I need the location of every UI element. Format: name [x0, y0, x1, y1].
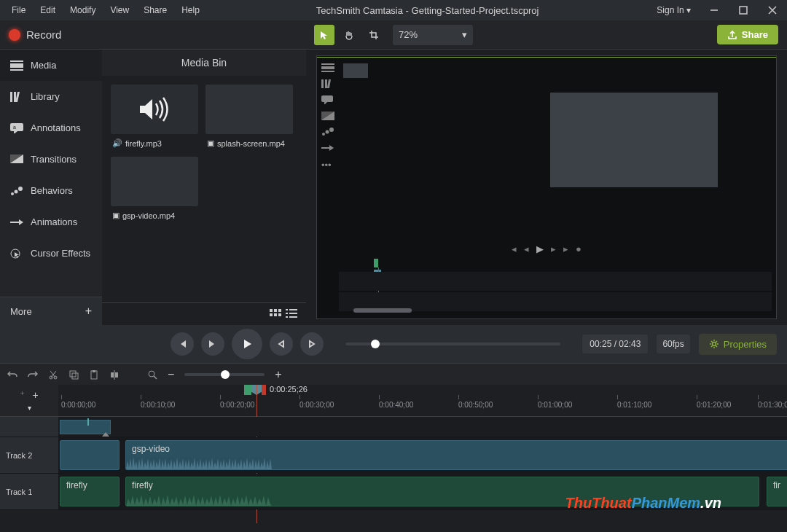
- menu-file[interactable]: File: [4, 1, 33, 20]
- mini-next-icon[interactable]: ▸: [563, 243, 568, 254]
- canvas-video-preview[interactable]: [550, 93, 718, 187]
- crop-tool[interactable]: [364, 25, 384, 45]
- tick: 0:00:10;00: [141, 401, 175, 409]
- playhead[interactable]: [244, 385, 266, 395]
- media-item[interactable]: ▣gsp-video.mp4: [111, 157, 198, 222]
- cut-button[interactable]: [48, 369, 58, 380]
- copy-button[interactable]: [68, 369, 79, 380]
- redo-button[interactable]: [28, 369, 38, 380]
- mini-step-back-icon[interactable]: ◂: [524, 243, 529, 254]
- menu-share[interactable]: Share: [136, 1, 174, 20]
- mini-step-fwd-icon[interactable]: ▸: [551, 243, 556, 254]
- media-item[interactable]: ▣splash-screen.mp4: [205, 85, 293, 149]
- fps-display[interactable]: 60fps: [657, 335, 689, 353]
- maximize-button[interactable]: [729, 0, 758, 20]
- mini-tool-icon[interactable]: [321, 144, 334, 152]
- tick: 0:00:30;00: [299, 401, 334, 409]
- record-button[interactable]: Record: [9, 28, 61, 41]
- grid-view-button[interactable]: [270, 309, 281, 319]
- add-marker-button[interactable]: ⁺: [20, 389, 25, 401]
- svg-point-54: [149, 371, 154, 377]
- sidebar-item-library[interactable]: Library: [0, 81, 102, 112]
- minimize-button[interactable]: [700, 0, 729, 20]
- menu-edit[interactable]: Edit: [33, 1, 63, 20]
- mini-tool-icon[interactable]: [321, 112, 334, 120]
- sidebar-item-annotations[interactable]: a Annotations: [0, 112, 102, 144]
- zoom-out-button[interactable]: −: [168, 368, 174, 381]
- seek-slider[interactable]: [345, 343, 560, 345]
- svg-rect-5: [10, 63, 23, 68]
- mini-tool-icon[interactable]: •••: [321, 160, 334, 168]
- svg-rect-1: [740, 7, 747, 14]
- mini-play-icon[interactable]: ▶: [536, 243, 544, 254]
- sidebar-item-cursoreffects[interactable]: Cursor Effects: [0, 238, 102, 269]
- menu-modify[interactable]: Modify: [63, 1, 103, 20]
- svg-rect-30: [321, 63, 334, 65]
- svg-rect-29: [289, 316, 297, 318]
- clip[interactable]: gsp-video: [125, 440, 787, 470]
- zoom-in-button[interactable]: +: [275, 368, 281, 381]
- svg-rect-4: [10, 60, 23, 62]
- preview-panel: ••• ◂ ◂ ▶ ▸ ▸ ●: [306, 50, 787, 325]
- pointer-tool[interactable]: [314, 25, 334, 45]
- playhead-time: 0:00:25;26: [270, 385, 308, 394]
- menu-help[interactable]: Help: [174, 1, 207, 20]
- audio-icon: 🔊: [112, 138, 122, 148]
- mini-prev-icon[interactable]: ◂: [512, 243, 517, 254]
- properties-button[interactable]: Properties: [699, 334, 777, 355]
- sidebar-more[interactable]: More +: [0, 297, 102, 325]
- mini-tool-icon[interactable]: [321, 128, 334, 136]
- clip[interactable]: fir: [767, 477, 787, 506]
- share-label: Share: [742, 29, 768, 40]
- step-back-button[interactable]: [270, 332, 293, 356]
- chevron-down-icon[interactable]: ▾: [28, 404, 31, 412]
- sidebar-label: Behaviors: [31, 185, 73, 196]
- track-label[interactable]: Track 2: [0, 437, 58, 473]
- mini-tool-icon[interactable]: [321, 95, 334, 104]
- clip-name: fir: [773, 480, 780, 490]
- undo-button[interactable]: [7, 369, 17, 380]
- clip[interactable]: [60, 440, 120, 470]
- share-button[interactable]: Share: [717, 25, 778, 44]
- clip-name: gsp-video: [132, 444, 170, 454]
- svg-point-14: [15, 189, 18, 193]
- close-button[interactable]: [758, 0, 787, 20]
- sidebar-item-transitions[interactable]: Transitions: [0, 144, 102, 175]
- sidebar-item-animations[interactable]: Animations: [0, 206, 102, 238]
- timeline-ruler[interactable]: 0:00:25;26 0:00:00;00 0:00:10;00 0:00:20…: [58, 385, 787, 416]
- canvas[interactable]: ••• ◂ ◂ ▶ ▸ ▸ ●: [316, 55, 777, 319]
- svg-point-38: [322, 133, 325, 136]
- paste-button[interactable]: [89, 369, 99, 380]
- svg-rect-10: [10, 123, 23, 131]
- mini-tool-icon[interactable]: [321, 79, 334, 88]
- svg-rect-26: [286, 313, 288, 314]
- play-button[interactable]: [232, 329, 262, 359]
- signin-button[interactable]: Sign In ▾: [648, 1, 700, 20]
- menu-view[interactable]: View: [103, 1, 136, 20]
- track-label[interactable]: Track 1: [0, 474, 58, 509]
- split-button[interactable]: [109, 369, 120, 380]
- next-frame-button[interactable]: [201, 332, 224, 356]
- sidebar-item-behaviors[interactable]: Behaviors: [0, 175, 102, 206]
- step-forward-button[interactable]: [300, 332, 324, 356]
- svg-rect-7: [10, 92, 12, 102]
- svg-line-55: [154, 376, 157, 379]
- svg-point-13: [11, 192, 14, 195]
- mini-tool-icon[interactable]: [321, 63, 334, 72]
- sidebar-item-media[interactable]: Media: [0, 50, 102, 81]
- prev-frame-button[interactable]: [171, 332, 194, 356]
- mini-dot-icon[interactable]: ●: [576, 243, 582, 254]
- zoom-slider[interactable]: [184, 373, 265, 376]
- pan-tool[interactable]: [339, 25, 359, 45]
- svg-rect-27: [289, 313, 297, 314]
- library-icon: [10, 92, 23, 102]
- media-item[interactable]: 🔊firefly.mp3: [111, 85, 198, 149]
- clip[interactable]: firefly: [60, 477, 120, 506]
- tick: 0:01:10;00: [617, 401, 651, 409]
- zoom-select[interactable]: 72% ▾: [393, 25, 473, 45]
- list-view-button[interactable]: [286, 309, 297, 319]
- mini-scrollbar[interactable]: [353, 308, 412, 313]
- add-track-button[interactable]: +: [32, 389, 38, 401]
- zoom-icon: [147, 369, 157, 380]
- svg-rect-32: [321, 71, 334, 72]
